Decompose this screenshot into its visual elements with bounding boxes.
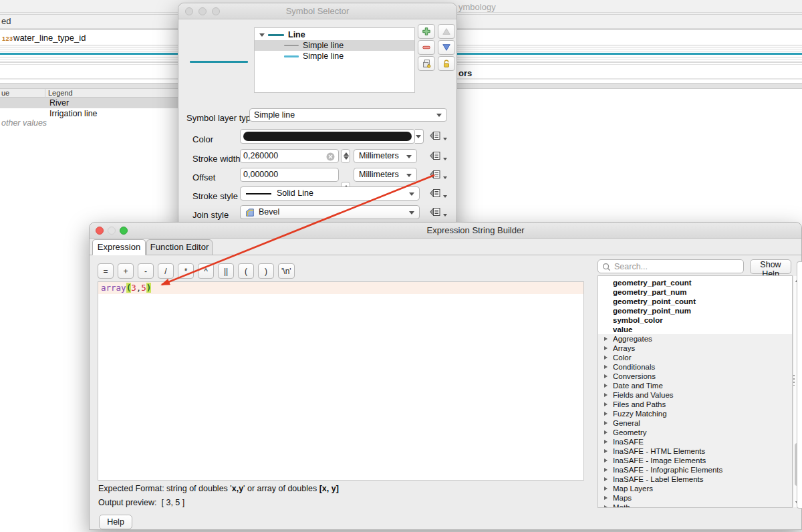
symbol-layer-type-select[interactable]: Simple line [249,108,447,122]
chevron-right-icon[interactable] [604,402,608,406]
chevron-right-icon[interactable] [604,421,608,425]
help-button[interactable]: Help [99,515,132,529]
stroke-width-value: 0,260000 [243,151,278,160]
function-item[interactable]: geometry_part_count [598,278,792,287]
tree-item-line[interactable]: Line [255,29,414,40]
tab-expression[interactable]: Expression [92,239,146,255]
chevron-right-icon[interactable] [604,477,608,481]
function-group-item[interactable]: Math [598,503,792,508]
lock-color-button[interactable] [438,56,455,71]
stroke-width-unit-select[interactable]: Millimeters [354,149,417,163]
expression-builder-titlebar[interactable]: Expression String Builder [90,223,801,239]
chevron-right-icon[interactable] [604,346,608,350]
stroke-style-select[interactable]: Solid Line [240,186,420,201]
operator-button[interactable]: || [218,263,234,279]
move-down-button[interactable] [438,40,455,55]
operator-button[interactable]: * [178,263,194,279]
offset-data-defined-override-button[interactable] [428,170,442,180]
chevron-right-icon[interactable] [604,440,608,444]
duplicate-symbol-layer-button[interactable] [418,56,435,71]
step-up-icon[interactable] [344,152,349,156]
function-group-item[interactable]: Conditionals [598,362,792,372]
function-group-item[interactable]: Files and Paths [598,400,792,409]
operator-button[interactable]: ^ [198,263,214,279]
function-group-item[interactable]: Aggregates [598,334,792,344]
splitter-handle[interactable] [793,375,795,386]
join-style-select[interactable]: Bevel [240,205,420,219]
tree-item-simple-line-2[interactable]: Simple line [255,51,414,61]
step-down-icon[interactable] [344,156,349,160]
table-row[interactable]: River [0,98,180,108]
function-group-item[interactable]: Color [598,353,792,362]
chevron-right-icon[interactable] [604,496,608,500]
function-group-item[interactable]: Arrays [598,344,792,353]
function-item[interactable]: value [598,325,792,334]
stroke-style-data-defined-override-button[interactable] [428,188,442,199]
chevron-right-icon[interactable] [604,449,608,453]
tree-item-simple-line-1[interactable]: Simple line [255,40,414,51]
offset-input[interactable]: 0,000000 [240,168,339,182]
search-input[interactable] [614,261,740,272]
join-style-data-defined-override-button[interactable] [428,207,442,218]
operator-button[interactable]: - [138,263,154,279]
offset-unit-select[interactable]: Millimeters [354,168,417,182]
function-group-item[interactable]: Maps [598,493,792,503]
chevron-down-icon[interactable] [259,33,265,37]
chevron-down-icon [443,176,447,179]
expression-code-line[interactable]: array(3,5) [98,282,583,294]
function-group-label: Map Layers [613,485,653,493]
function-group-item[interactable]: InaSAFE - HTML Elements [598,446,792,456]
chevron-right-icon[interactable] [604,374,608,378]
symbol-selector-titlebar[interactable]: Symbol Selector [178,3,456,19]
function-group-item[interactable]: Fuzzy Matching [598,409,792,418]
operator-button[interactable]: '\n' [278,263,295,279]
function-group-item[interactable]: Conversions [598,372,792,381]
function-item[interactable]: symbol_color [598,315,792,325]
clear-icon[interactable] [326,152,335,161]
stroke-width-input[interactable]: 0,260000 [240,149,339,163]
operator-button[interactable]: ) [258,263,274,279]
output-preview-label: Output preview: [98,498,157,507]
move-up-button[interactable] [438,24,455,39]
function-group-item[interactable]: InaSAFE - Image Elements [598,456,792,465]
function-item[interactable]: geometry_point_num [598,306,792,315]
function-group-item[interactable]: InaSAFE - Infographic Elements [598,465,792,475]
function-group-item[interactable]: Fields and Values [598,390,792,400]
stroke-width-label: Stroke width [192,154,241,164]
stroke-width-stepper[interactable] [341,149,350,163]
remove-symbol-layer-button[interactable] [418,40,435,55]
color-button[interactable] [240,129,415,144]
add-symbol-layer-button[interactable] [418,24,435,39]
function-group-item[interactable]: InaSAFE - Label Elements [598,475,792,484]
chevron-right-icon[interactable] [604,468,608,472]
chevron-right-icon[interactable] [604,384,608,388]
function-group-item[interactable]: General [598,418,792,428]
chevron-right-icon[interactable] [604,356,608,360]
chevron-right-icon[interactable] [604,365,608,369]
chevron-right-icon[interactable] [604,337,608,341]
operator-button[interactable]: = [98,263,114,279]
function-group-item[interactable]: InaSAFE [598,437,792,446]
chevron-right-icon[interactable] [604,487,608,491]
expression-editor[interactable]: array(3,5) [98,281,584,481]
chevron-right-icon[interactable] [604,393,608,397]
chevron-right-icon[interactable] [604,430,608,434]
function-item[interactable]: geometry_part_num [598,287,792,297]
function-group-item[interactable]: Geometry [598,428,792,437]
color-dropdown-button[interactable] [415,129,424,144]
operator-button[interactable]: / [158,263,174,279]
tab-function-editor[interactable]: Function Editor [146,239,213,255]
function-group-item[interactable]: Map Layers [598,484,792,493]
function-group-item[interactable]: Date and Time [598,381,792,390]
chevron-right-icon[interactable] [604,412,608,416]
operator-button[interactable]: ( [238,263,254,279]
chevron-right-icon[interactable] [604,505,608,509]
function-search[interactable] [597,259,744,273]
function-item[interactable]: geometry_point_count [598,297,792,306]
show-help-button[interactable]: Show Help [750,259,791,274]
stroke-width-data-defined-override-button[interactable] [428,151,442,162]
table-row[interactable]: Irrigation line [0,108,180,119]
chevron-right-icon[interactable] [604,458,608,462]
color-data-defined-override-button[interactable] [428,131,442,142]
operator-button[interactable]: + [118,263,134,279]
